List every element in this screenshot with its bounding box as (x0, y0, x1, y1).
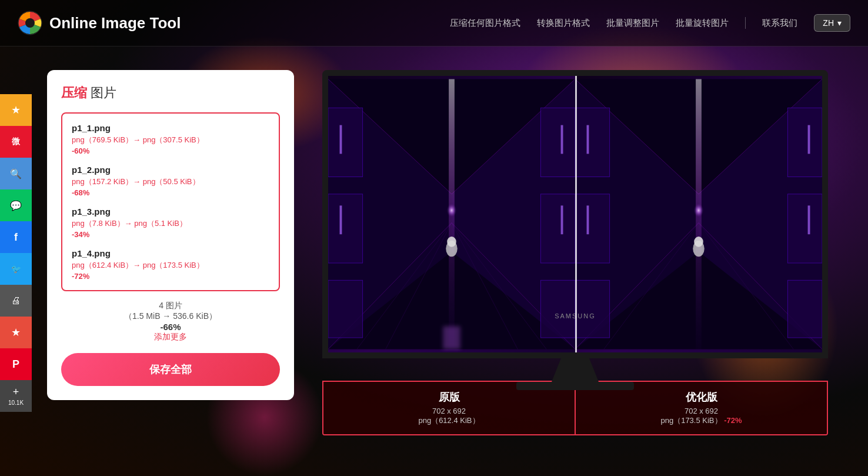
image-detail: png（7.8 KiB）→ png（5.1 KiB） (72, 218, 269, 229)
svg-rect-14 (449, 79, 455, 349)
pinterest-icon: P (12, 358, 19, 371)
monitor-stand (552, 358, 599, 382)
nav-compress[interactable]: 压缩任何图片格式 (450, 18, 520, 29)
nav-rotate[interactable]: 批量旋转图片 (676, 18, 729, 29)
weibo-icon: 微 (12, 137, 20, 147)
print-icon: 🖨 (11, 295, 21, 306)
list-item: p1_1.png png（769.5 KiB）→ png（307.5 KiB） … (72, 123, 269, 155)
plus-icon: + (13, 386, 19, 398)
sidebar-item-wechat[interactable]: 💬 (0, 189, 32, 221)
screen-right (575, 76, 822, 352)
nav-contact[interactable]: 联系我们 (762, 18, 797, 29)
image-name: p1_2.png (72, 165, 269, 175)
image-detail: png（769.5 KiB）→ png（307.5 KiB） (72, 135, 269, 145)
optimized-size: 702 x 692 (587, 407, 815, 415)
optimized-format: png（173.5 KiB） -72% (587, 415, 815, 426)
original-size: 702 x 692 (335, 407, 563, 415)
add-more-link[interactable]: 添加更多 (61, 332, 280, 342)
wechat-icon: 💬 (10, 200, 22, 211)
original-label: 原版 (335, 390, 563, 404)
sidebar-item-weibo[interactable]: 微 (0, 126, 32, 158)
image-reduction: -68% (72, 188, 269, 197)
image-name: p1_1.png (72, 123, 269, 133)
image-detail: png（612.4 KiB）→ png（173.5 KiB） (72, 260, 269, 271)
lang-chevron-icon: ▾ (837, 18, 842, 28)
svg-point-46 (694, 237, 703, 247)
monitor-container: SAMSUNG (322, 70, 828, 382)
list-item: p1_3.png png（7.8 KiB）→ png（5.1 KiB） -34% (72, 207, 269, 239)
monitor-base (516, 382, 634, 390)
sidebar-item-bookmark[interactable]: ★ (0, 94, 32, 126)
compress-panel: 压缩 图片 p1_1.png png（769.5 KiB）→ png（307.5… (47, 70, 294, 400)
save-all-button[interactable]: 保存全部 (61, 353, 280, 386)
nav-convert[interactable]: 转换图片格式 (537, 18, 590, 29)
svg-rect-27 (561, 205, 563, 234)
svg-rect-23 (443, 326, 460, 349)
svg-rect-43 (787, 194, 822, 263)
image-detail: png（157.2 KiB）→ png（50.5 KiB） (72, 177, 269, 187)
facebook-icon: f (14, 231, 18, 244)
corridor-svg-left (328, 76, 575, 352)
summary-count: 4 图片 (61, 301, 280, 311)
list-item: p1_4.png png（612.4 KiB）→ png（173.5 KiB） … (72, 248, 269, 281)
sidebar-item-twitter[interactable]: 🐦 (0, 253, 32, 285)
original-format: png（612.4 KiB） (335, 415, 563, 426)
nav-links: 压缩任何图片格式 转换图片格式 批量调整图片 批量旋转图片 联系我们 ZH ▾ (450, 14, 850, 32)
svg-rect-41 (575, 280, 610, 338)
image-reduction: -72% (72, 272, 269, 281)
logo-text: Online Image Tool (49, 14, 181, 32)
favorite-icon: ★ (11, 326, 21, 339)
share-count: 10.1K (8, 400, 24, 406)
svg-rect-18 (540, 108, 575, 177)
image-name: p1_3.png (72, 207, 269, 217)
sidebar-item-print[interactable]: 🖨 (0, 285, 32, 317)
sidebar-item-facebook[interactable]: f (0, 221, 32, 253)
svg-point-1 (25, 18, 35, 28)
svg-rect-17 (328, 280, 363, 338)
corridor-svg-right (575, 76, 822, 352)
main-content: 压缩 图片 p1_1.png png（769.5 KiB）→ png（307.5… (0, 46, 868, 459)
optimized-reduction: -72% (722, 416, 742, 425)
summary: 4 图片 （1.5 MiB → 536.6 KiB） -66% 添加更多 (61, 301, 280, 342)
split-divider (575, 76, 577, 352)
sidebar-item-favorite[interactable]: ★ (0, 317, 32, 348)
twitter-icon: 🐦 (11, 264, 21, 274)
svg-rect-26 (340, 205, 342, 234)
nav-resize[interactable]: 批量调整图片 (606, 18, 659, 29)
sidebar-item-search[interactable]: 🔍 (0, 158, 32, 189)
svg-rect-48 (808, 125, 810, 154)
logo-area: Online Image Tool (18, 11, 181, 35)
svg-point-22 (447, 237, 456, 247)
sidebar-item-pinterest[interactable]: P (0, 348, 32, 380)
sidebar: ★ 微 🔍 💬 f 🐦 🖨 ★ P + 10.1K (0, 94, 32, 412)
list-item: p1_2.png png（157.2 KiB）→ png（50.5 KiB） -… (72, 165, 269, 197)
optimized-label: 优化版 (587, 390, 815, 404)
svg-rect-25 (561, 125, 563, 154)
lang-label: ZH (823, 18, 834, 28)
search-icon: 🔍 (10, 168, 22, 179)
image-reduction: -60% (72, 147, 269, 155)
svg-rect-49 (587, 205, 589, 234)
panel-title-highlight: 压缩 (61, 85, 87, 100)
lang-button[interactable]: ZH ▾ (814, 14, 850, 32)
nav-divider (745, 17, 746, 29)
svg-rect-47 (587, 125, 589, 154)
svg-rect-39 (575, 108, 610, 177)
svg-rect-20 (540, 280, 575, 338)
svg-rect-40 (575, 194, 610, 263)
svg-rect-24 (340, 125, 342, 154)
svg-rect-38 (696, 79, 702, 349)
svg-rect-16 (328, 194, 363, 263)
svg-rect-19 (540, 194, 575, 263)
panel-title: 压缩 图片 (61, 84, 280, 102)
image-list: p1_1.png png（769.5 KiB）→ png（307.5 KiB） … (61, 112, 280, 291)
monitor-screen: SAMSUNG (322, 70, 828, 358)
svg-rect-15 (328, 108, 363, 177)
sidebar-item-share[interactable]: + 10.1K (0, 380, 32, 412)
bookmark-icon: ★ (11, 104, 21, 116)
svg-rect-50 (808, 205, 810, 234)
screen-left (328, 76, 575, 352)
image-name: p1_4.png (72, 248, 269, 258)
panel-title-rest: 图片 (87, 85, 116, 100)
header: Online Image Tool 压缩任何图片格式 转换图片格式 批量调整图片… (0, 0, 868, 46)
